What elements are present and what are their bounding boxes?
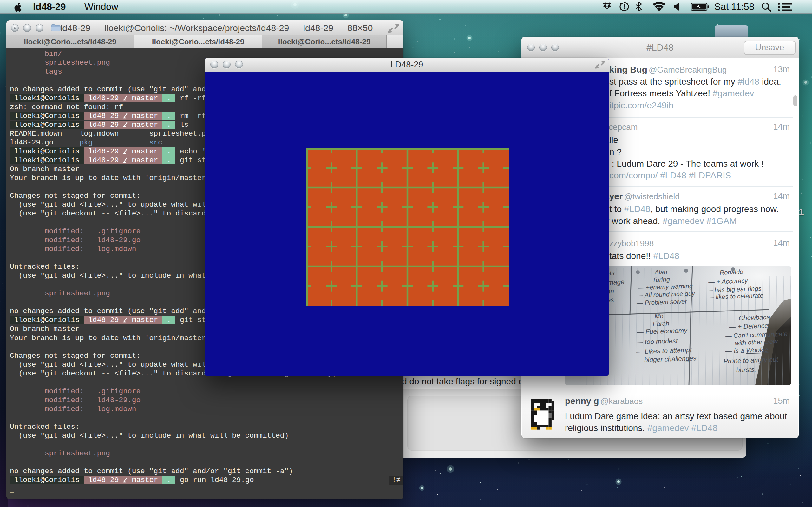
svg-text:Farah: Farah xyxy=(653,320,669,327)
svg-text:— too modest: — too modest xyxy=(636,337,678,346)
svg-text:Ronaldo: Ronaldo xyxy=(719,268,743,276)
svg-text:!: ! xyxy=(623,3,625,10)
svg-text:— + Defence: — + Defence xyxy=(728,322,768,331)
svg-text:Mo: Mo xyxy=(654,313,664,320)
svg-text:Turing: Turing xyxy=(652,276,670,283)
svg-text:Alan: Alan xyxy=(654,268,667,276)
svg-text:— is a Wookie: — is a Wookie xyxy=(725,346,768,354)
svg-text:bursts.: bursts. xyxy=(736,366,756,374)
svg-text:— + Accuracy: — + Accuracy xyxy=(708,277,748,285)
svg-text:Chewbaca: Chewbaca xyxy=(739,314,770,322)
